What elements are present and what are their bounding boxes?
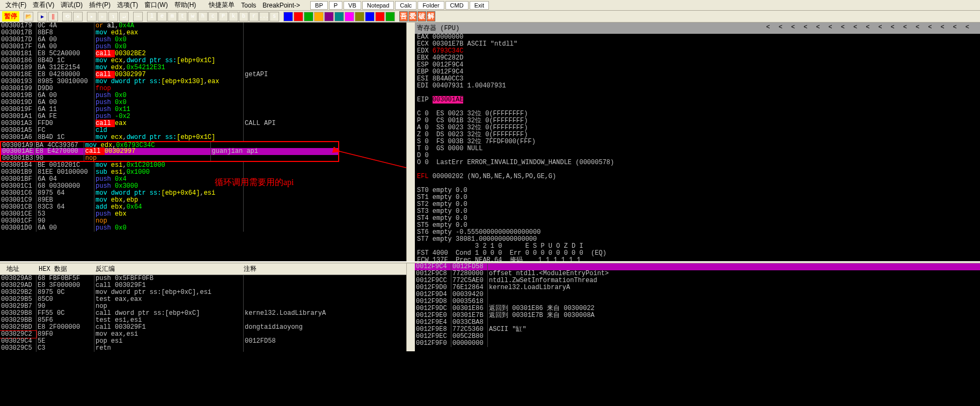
pause-icon[interactable]: ‖ <box>48 12 58 21</box>
color-btn-6[interactable] <box>345 12 354 21</box>
disasm-row[interactable]: 0030019F6A 11push 0x11 <box>0 106 406 113</box>
step-icon[interactable]: ▸ <box>87 12 97 21</box>
play-icon[interactable]: ▶ <box>38 12 47 21</box>
color-btn-9[interactable] <box>375 12 385 21</box>
color-btn-2[interactable] <box>304 12 313 21</box>
step-over-icon[interactable]: ▹ <box>98 12 107 21</box>
register-line[interactable] <box>415 90 980 97</box>
disasm-row[interactable]: 00300199D9D0fnop <box>0 85 406 92</box>
tab-bp[interactable]: BP <box>310 1 328 10</box>
tab-exit[interactable]: Exit <box>470 1 489 10</box>
disasm-row[interactable]: 003001A3FFD0call eaxCALL API <box>0 120 406 127</box>
register-line[interactable]: ST3 empty 0.0 <box>415 208 980 215</box>
color-btn-0[interactable] <box>283 12 293 21</box>
view-l[interactable]: l <box>147 12 157 21</box>
dump-pane[interactable]: 地址 HEX 数据 反汇编 注释 003029A868 FBF0BF5Fpush… <box>0 263 406 351</box>
register-line[interactable]: ST1 empty 0.0 <box>415 194 980 201</box>
register-line[interactable]: EFL 00000202 (NO,NB,NE,A,NS,PO,GE,G) <box>415 173 980 180</box>
stack-row[interactable]: 0012F9D076E12864kernel32.LoadLibraryA <box>415 284 980 291</box>
register-line[interactable]: O 0 LastErr ERROR_INVALID_WINDOW_HANDLE … <box>415 159 980 166</box>
register-line[interactable]: ECX 00301E7B ASCII "ntdll" <box>415 41 980 48</box>
disasm-row[interactable]: 003001D06A 00push 0x0 <box>0 225 406 232</box>
stack-row[interactable]: 0012F9E000301E7B返回到 00301E7B 来自 0030008A <box>415 312 980 319</box>
disasm-row[interactable]: 0030019D6A 00push 0x0 <box>0 99 406 106</box>
register-line[interactable] <box>415 180 980 187</box>
register-line[interactable]: EDX 6793C34C <box>415 48 980 55</box>
register-line[interactable]: S 0 FS 003B 32位 7FFDF000(FFF) <box>415 138 980 145</box>
dump-row[interactable]: 003029B8FF55 0Ccall dword ptr ss:[ebp+0x… <box>0 310 406 317</box>
disasm-row[interactable]: 003001938985 30010000mov dword ptr ss:[e… <box>0 78 406 85</box>
tab-folder[interactable]: Folder <box>418 1 444 10</box>
menu-item[interactable]: 插件(P) <box>86 0 114 11</box>
view-b[interactable]: b <box>239 12 248 21</box>
dump-row[interactable]: 003029C5C3retn <box>0 345 406 352</box>
disasm-row[interactable]: 003001790C 4Aor al,0x4A <box>0 23 406 29</box>
color-btn-3[interactable] <box>314 12 324 21</box>
menu-item[interactable]: 文件(F) <box>2 0 30 11</box>
menu-item[interactable]: BreakPoint-> <box>259 1 303 10</box>
close-icon[interactable]: ✕ <box>73 12 83 21</box>
disasm-row[interactable]: 003001C68975 64mov dword ptr ss:[ebp+0x6… <box>0 190 406 197</box>
tab-notepad[interactable]: Notepad <box>362 1 394 10</box>
dump-scrollbar[interactable] <box>406 263 415 351</box>
view-k[interactable]: k <box>229 12 238 21</box>
registers-pane[interactable]: 寄存器 (FPU) <<<<<<<<<<<<<<<<< EAX 00000000… <box>415 23 980 261</box>
view-t[interactable]: t <box>178 12 187 21</box>
step-out-icon[interactable]: ↴ <box>108 12 118 21</box>
view-r[interactable]: r <box>249 12 259 21</box>
color-btn-1[interactable] <box>294 12 303 21</box>
step-into-icon[interactable]: ↵ <box>119 12 129 21</box>
disasm-row[interactable]: 003001CE53push ebx <box>0 211 406 218</box>
disasm-row[interactable]: 003001CF90nop <box>0 218 406 225</box>
register-line[interactable]: T 0 GS 0000 NULL <box>415 145 980 152</box>
disasm-row[interactable]: 003001A16A FEpush -0x2 <box>0 113 406 120</box>
register-line[interactable]: ESP 0012F9C4 <box>415 62 980 69</box>
menu-item[interactable]: 调试(D) <box>57 0 86 11</box>
dump-row[interactable]: 003029C289F0mov eax,esi <box>0 331 406 338</box>
disasm-row[interactable]: 003001A68B4D 1Cmov ecx,dword ptr ss:[ebp… <box>0 134 406 141</box>
disasm-row[interactable]: 003001AEE8 E4270000call 00302997guanjian… <box>0 148 339 155</box>
register-line[interactable]: EIP 003001AE <box>415 97 980 104</box>
register-line[interactable]: EDI 00407931 1.00407931 <box>415 83 980 90</box>
open-icon[interactable]: 📂 <box>24 12 33 21</box>
dump-row[interactable]: 003029B585C0test eax,eax <box>0 296 406 303</box>
view-h[interactable]: h <box>198 12 208 21</box>
disasm-row[interactable]: 003001B981EE 00100000sub esi,0x1000 <box>0 169 406 176</box>
menu-item[interactable]: 快捷菜单 <box>206 0 238 11</box>
tab-cmd[interactable]: CMD <box>445 1 469 10</box>
register-line[interactable]: FCW 137F Prec NEAR,64 掩码 1 1 1 1 1 1 <box>415 257 980 261</box>
view-P[interactable]: P <box>218 12 228 21</box>
cn-解[interactable]: 解 <box>427 11 435 21</box>
tab-p[interactable]: P <box>329 1 342 10</box>
register-line[interactable]: EBX 409C282D <box>415 55 980 62</box>
view-e[interactable]: e <box>157 12 167 21</box>
stack-row[interactable]: 0012F9F000000000 <box>415 340 980 347</box>
view-m[interactable]: m <box>167 12 177 21</box>
goto-icon[interactable]: → <box>133 12 143 21</box>
disasm-row[interactable]: 0030019B6A 00push 0x0 <box>0 92 406 99</box>
color-btn-7[interactable] <box>355 12 364 21</box>
view-...[interactable]: ... <box>259 12 269 21</box>
color-btn-5[interactable] <box>334 12 344 21</box>
disasm-row[interactable]: 003001CB83C3 64add ebx,0x64 <box>0 204 406 211</box>
tab-calc[interactable]: Calc <box>395 1 416 10</box>
view-c[interactable]: c <box>208 12 218 21</box>
menu-item[interactable]: 窗口(W) <box>141 0 171 11</box>
dump-row[interactable]: 003029BDE8 2F000000call 003029F1dongtaid… <box>0 324 406 331</box>
menu-item[interactable]: Tools <box>238 1 259 10</box>
cn-吾[interactable]: 吾 <box>399 11 408 21</box>
register-line[interactable]: EBP 0012F9C4 <box>415 69 980 76</box>
dump-row[interactable]: 003029C45Epop esi0012FD58 <box>0 338 406 345</box>
stack-row[interactable]: 0012F9E8772C5360ASCII "缸" <box>415 326 980 333</box>
tab-vb[interactable]: VB <box>343 1 361 10</box>
register-line[interactable]: ST0 empty 0.0 <box>415 187 980 194</box>
register-line[interactable]: ST4 empty 0.0 <box>415 215 980 222</box>
stack-row[interactable]: 0012F9EC005C2B80 <box>415 333 980 340</box>
color-btn-8[interactable] <box>365 12 375 21</box>
register-line[interactable]: ST2 empty 0.0 <box>415 201 980 208</box>
menu-item[interactable]: 帮助(H) <box>171 0 200 11</box>
color-btn-4[interactable] <box>324 12 334 21</box>
view-w[interactable]: w <box>188 12 198 21</box>
restart-icon[interactable]: ⟲ <box>62 12 72 21</box>
cpu-disassembly-pane[interactable]: 003001790C 4Aor al,0x4A0030017B8BF8mov e… <box>0 23 406 261</box>
